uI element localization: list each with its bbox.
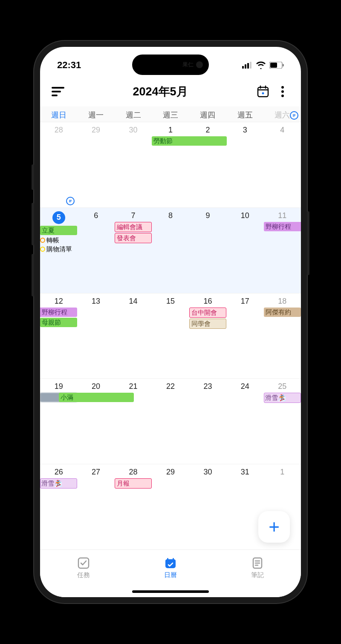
add-button[interactable]: + [258, 511, 290, 543]
day-number: 17 [226, 295, 263, 308]
event-chip[interactable]: 野柳行程 [40, 308, 77, 317]
event-chip[interactable]: 滑雪🏂 [264, 393, 301, 403]
weekday-label: 週日 [40, 110, 77, 120]
signal-icon [242, 62, 252, 69]
task-item[interactable]: 轉帳 [40, 236, 77, 245]
menu-button[interactable] [49, 83, 66, 100]
day-number: 8 [152, 210, 189, 222]
day-number: 27 [77, 466, 114, 478]
week-row: 12野柳行程母親節13141516台中開會同學會1718阿傑有約 [40, 293, 301, 379]
day-cell[interactable]: 13 [77, 293, 114, 379]
day-number: 13 [77, 295, 114, 308]
day-cell[interactable]: 6 [77, 208, 114, 293]
day-cell[interactable]: 26滑雪🏂 [40, 464, 77, 549]
dynamic-island: 果仁 [132, 55, 209, 75]
day-cell[interactable]: 22 [152, 379, 189, 464]
nav-notes-label: 筆記 [251, 571, 264, 579]
day-number: 12 [40, 295, 77, 308]
day-number: 25 [264, 380, 301, 393]
day-cell[interactable]: 21 [115, 379, 152, 464]
day-number: 30 [189, 466, 226, 478]
day-cell[interactable]: 4 [264, 122, 301, 207]
calendar-grid[interactable]: 2829301勞動節2345立夏轉帳購物清單67編輯會議發表會891011野柳行… [40, 122, 301, 549]
event-chip[interactable]: 小滿 [59, 393, 134, 402]
day-cell[interactable]: 9 [189, 208, 226, 293]
day-number: 15 [152, 295, 189, 308]
day-cell[interactable]: 7編輯會議發表會 [115, 208, 152, 293]
day-cell[interactable]: 28月報 [115, 464, 152, 549]
day-number: 14 [115, 295, 152, 308]
svg-rect-7 [52, 87, 64, 89]
day-cell[interactable]: 27 [77, 464, 114, 549]
event-chip[interactable]: 月報 [115, 478, 152, 489]
event-chip[interactable]: 同學會 [189, 319, 226, 329]
day-number: 10 [226, 210, 263, 222]
day-number: 6 [77, 210, 114, 222]
day-cell[interactable]: 17 [226, 293, 263, 379]
event-chip[interactable]: 母親節 [40, 318, 77, 327]
event-chip[interactable]: 立夏 [40, 226, 77, 235]
day-cell[interactable]: 20小滿 [77, 379, 114, 464]
event-chip[interactable]: 阿傑有約 [264, 308, 301, 317]
day-cell[interactable]: 5立夏轉帳購物清單 [40, 208, 77, 293]
day-cell[interactable]: 10 [226, 208, 263, 293]
day-cell[interactable]: 2 [189, 122, 226, 207]
day-number: 1 [264, 466, 301, 478]
day-cell[interactable]: 28 [40, 122, 77, 207]
wifi-icon [256, 61, 266, 69]
page-title: 2024年5月 [72, 84, 249, 99]
event-chip[interactable]: 滑雪🏂 [40, 478, 77, 489]
today-button[interactable] [254, 83, 272, 101]
event-chip[interactable]: 勞動節 [152, 136, 227, 146]
task-item[interactable]: 購物清單 [40, 245, 77, 254]
status-time: 22:31 [57, 60, 81, 71]
nav-tasks-label: 任務 [77, 571, 90, 579]
weekday-label: 週五 [226, 110, 263, 120]
svg-rect-26 [165, 559, 176, 563]
day-cell[interactable]: 30 [115, 122, 152, 207]
day-cell[interactable]: 1勞動節 [152, 122, 189, 207]
day-cell[interactable]: 3 [226, 122, 263, 207]
day-cell[interactable]: 12野柳行程母親節 [40, 293, 77, 379]
event-chip[interactable]: 台中開會 [189, 308, 226, 318]
day-cell[interactable]: 23 [189, 379, 226, 464]
event-chip[interactable]: 發表會 [115, 233, 152, 243]
day-cell[interactable]: 19xxx [40, 379, 77, 464]
phone-frame: 果仁 22:31 2024年5月 [34, 41, 307, 603]
nav-tasks[interactable]: 任務 [40, 550, 127, 585]
svg-rect-5 [270, 63, 277, 68]
day-cell[interactable]: 30 [189, 464, 226, 549]
svg-rect-1 [245, 64, 246, 69]
day-cell[interactable]: 29 [152, 464, 189, 549]
task-status-icon [40, 238, 45, 243]
day-number: 21 [115, 380, 152, 393]
notes-icon [250, 556, 265, 570]
day-number: 4 [264, 124, 301, 136]
day-cell[interactable]: 11野柳行程 [264, 208, 301, 293]
day-cell[interactable]: 29 [77, 122, 114, 207]
day-cell[interactable]: 25滑雪🏂 [264, 379, 301, 464]
home-indicator[interactable] [132, 590, 209, 593]
svg-rect-10 [258, 87, 268, 97]
day-cell[interactable]: 14 [115, 293, 152, 379]
day-cell[interactable]: 15 [152, 293, 189, 379]
day-number: 30 [115, 124, 152, 136]
day-number: 23 [189, 380, 226, 393]
day-cell[interactable]: 16台中開會同學會 [189, 293, 226, 379]
day-cell[interactable]: 18阿傑有約 [264, 293, 301, 379]
tasks-icon [76, 556, 91, 570]
day-cell[interactable]: 8 [152, 208, 189, 293]
more-button[interactable] [274, 83, 292, 101]
nav-calendar-label: 日曆 [164, 571, 177, 579]
day-cell[interactable]: 31 [226, 464, 263, 549]
nav-notes[interactable]: 筆記 [214, 550, 301, 585]
event-chip[interactable]: 編輯會議 [115, 222, 152, 232]
event-chip[interactable]: 野柳行程 [264, 222, 301, 231]
svg-rect-27 [167, 558, 168, 561]
svg-rect-28 [173, 558, 174, 561]
day-number: 31 [226, 466, 263, 478]
nav-calendar[interactable]: 日曆 [127, 550, 214, 585]
note-badge-icon[interactable] [290, 111, 298, 120]
day-number: 29 [77, 124, 114, 136]
day-cell[interactable]: 24 [226, 379, 263, 464]
